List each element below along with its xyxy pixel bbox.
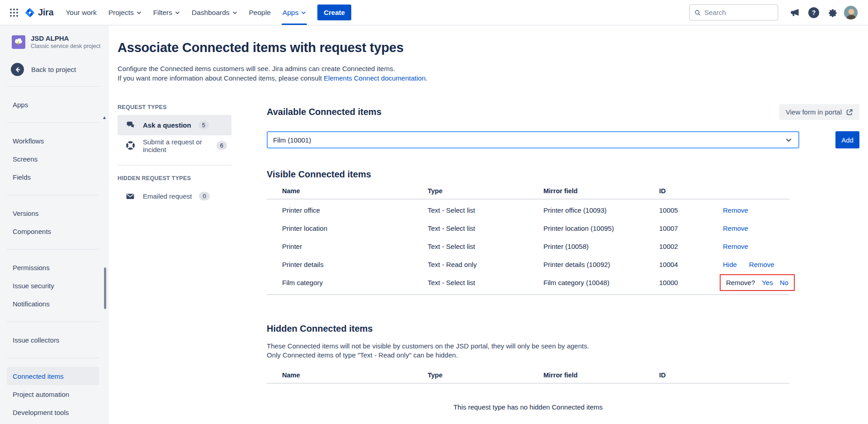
top-nav: Jira Your workProjectsFiltersDashboardsP… (0, 0, 868, 25)
cell-mirror-field: Printer (10058) (543, 243, 659, 250)
selected-value: Film (10001) (273, 136, 311, 144)
project-header: JSD ALPHA Classic service desk project (0, 34, 108, 49)
create-button[interactable]: Create (317, 5, 351, 20)
column-header: Mirror field (543, 372, 659, 379)
app-switcher-icon[interactable] (6, 5, 22, 20)
project-avatar (12, 35, 25, 49)
remove-link[interactable]: Remove (723, 243, 748, 250)
settings-gear-icon[interactable] (825, 5, 841, 21)
visible-items-heading: Visible Connected items (267, 169, 859, 180)
sidebar-item-connected-items[interactable]: Connected items (7, 367, 99, 385)
sidebar-item-issue-collectors[interactable]: Issue collectors (7, 331, 99, 349)
sidebar-group: Connected itemsProject automationDevelop… (7, 357, 99, 424)
nav-item-people[interactable]: People (243, 0, 277, 25)
hidden-request-types-heading: HIDDEN REQUEST TYPES (118, 175, 231, 181)
global-search[interactable] (689, 4, 778, 21)
jira-logo[interactable]: Jira (22, 7, 60, 18)
nav-item-dashboards[interactable]: Dashboards (186, 0, 243, 25)
elements-connect-docs-link[interactable]: Elements Connect documentation (324, 74, 425, 82)
column-header: Mirror field (543, 187, 659, 195)
view-form-in-portal-button[interactable]: View form in portal (779, 104, 859, 120)
cell-name: Printer office (282, 206, 428, 214)
cell-mirror-field: Printer details (10092) (543, 261, 659, 268)
row-actions: Remove (719, 224, 789, 232)
sidebar-group: VersionsComponents (7, 195, 99, 244)
request-types-heading: REQUEST TYPES (118, 104, 231, 110)
nav-item-filters[interactable]: Filters (147, 0, 186, 25)
primary-nav: Your workProjectsFiltersDashboardsPeople… (60, 0, 312, 25)
search-icon (694, 9, 701, 16)
sidebar-group: Apps (7, 91, 99, 118)
request-type-emailed-request[interactable]: Emailed request0 (118, 186, 231, 206)
cell-type: Text - Select list (428, 224, 543, 232)
hidden-items-heading: Hidden Connected items (267, 324, 859, 334)
cell-mirror-field: Film category (10048) (543, 279, 659, 286)
column-header: Type (428, 187, 543, 195)
column-header: Name (282, 187, 428, 195)
brand-name: Jira (38, 7, 53, 18)
sidebar-item-permissions[interactable]: Permissions (7, 258, 99, 276)
request-type-count-badge: 0 (199, 192, 209, 200)
remove-link[interactable]: Remove (723, 206, 748, 214)
remove-link[interactable]: Remove (749, 261, 774, 268)
sidebar-scroll-up-icon[interactable]: ▲ (102, 115, 107, 120)
connected-item-select[interactable]: Film (10001) (267, 131, 799, 148)
request-type-submit-a-request-or-incident[interactable]: Submit a request or incident6 (118, 135, 231, 156)
cell-id: 10004 (659, 261, 719, 268)
row-actions: Remove (719, 243, 789, 250)
available-items-heading: Available Connected items (267, 107, 382, 117)
sidebar-item-workflows[interactable]: Workflows (7, 132, 99, 150)
cell-name: Printer details (282, 261, 428, 268)
sidebar-item-components[interactable]: Components (7, 222, 99, 240)
cell-id: 10007 (659, 224, 719, 232)
request-type-label: Emailed request (143, 192, 192, 200)
user-avatar[interactable] (844, 5, 858, 20)
sidebar-item-notifications[interactable]: Notifications (7, 295, 99, 313)
sidebar-item-screens[interactable]: Screens (7, 150, 99, 168)
sidebar-item-fields[interactable]: Fields (7, 168, 99, 186)
connected-items-panel: Available Connected items View form in p… (267, 104, 859, 424)
request-type-count-badge: 6 (217, 141, 227, 150)
cell-type: Text - Read only (428, 261, 543, 268)
confirm-yes-link[interactable]: Yes (762, 279, 773, 286)
help-icon[interactable]: ? (806, 5, 822, 21)
add-button[interactable]: Add (835, 131, 859, 148)
envelope-icon (125, 192, 136, 201)
column-header: ID (659, 372, 719, 379)
cell-name: Printer (282, 243, 428, 250)
speech-bubbles-icon (125, 120, 136, 130)
nav-item-apps[interactable]: Apps (277, 0, 312, 25)
main-content: Associate Connected items with request t… (108, 25, 868, 424)
project-type: Classic service desk project (31, 43, 100, 49)
sidebar-item-issue-security[interactable]: Issue security (7, 276, 99, 295)
hidden-items-description: These Connected items will not be visibl… (267, 342, 859, 359)
announcement-icon[interactable] (787, 5, 803, 21)
cell-mirror-field: Printer location (10095) (543, 224, 659, 232)
cell-type: Text - Select list (428, 279, 543, 286)
cell-type: Text - Select list (428, 243, 543, 250)
table-row: Printer detailsText - Read onlyPrinter d… (267, 255, 789, 273)
hide-link[interactable]: Hide (723, 261, 737, 268)
nav-item-your-work[interactable]: Your work (60, 0, 102, 25)
request-types-panel: REQUEST TYPES Ask a question5Submit a re… (118, 104, 231, 424)
remove-link[interactable]: Remove (723, 224, 748, 232)
sidebar-item-development-tools[interactable]: Development tools (7, 403, 99, 421)
sidebar-scrollbar-thumb[interactable] (104, 267, 106, 309)
sidebar-group: Issue collectors (7, 321, 99, 353)
sidebar-group: PermissionsIssue securityNotifications (7, 249, 99, 317)
cell-id: 10005 (659, 206, 719, 214)
column-header: Name (282, 372, 428, 379)
sidebar-item-project-automation[interactable]: Project automation (7, 385, 99, 403)
request-type-label: Submit a request or incident (143, 138, 209, 153)
life-ring-icon (125, 141, 136, 150)
nav-item-projects[interactable]: Projects (103, 0, 147, 25)
back-to-project[interactable]: Back to project (0, 63, 108, 76)
request-type-ask-a-question[interactable]: Ask a question5 (118, 115, 231, 135)
remove-question-label: Remove? (726, 279, 755, 286)
external-link-icon (846, 109, 853, 116)
page-title: Associate Connected items with request t… (118, 40, 859, 55)
sidebar-item-versions[interactable]: Versions (7, 204, 99, 222)
confirm-no-link[interactable]: No (780, 279, 788, 286)
sidebar-item-apps[interactable]: Apps (7, 95, 99, 114)
search-input[interactable] (704, 9, 773, 16)
